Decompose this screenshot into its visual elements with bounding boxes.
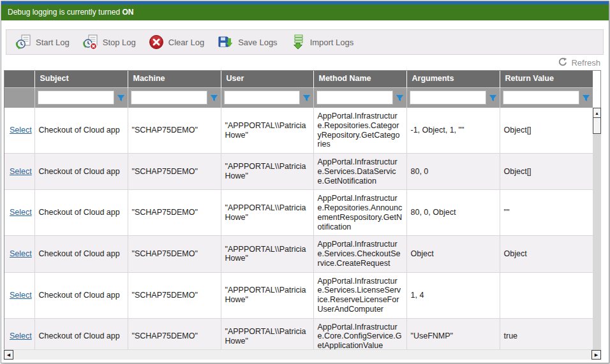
machine-cell: "SCHAP75DEMO": [128, 236, 221, 272]
select-link[interactable]: Select: [10, 208, 32, 217]
banner-text: Debug logging is currently turned: [8, 8, 120, 17]
arguments-cell: "UseFNMP": [406, 318, 500, 349]
select-cell: Select: [4, 154, 34, 190]
log-toolbar: Start Log Stop Log: [6, 29, 604, 55]
subject-cell: Checkout of Cloud app: [34, 236, 128, 272]
machine-cell: "SCHAP75DEMO": [128, 190, 221, 236]
return-value-cell: "": [500, 190, 593, 236]
refresh-label: Refresh: [571, 58, 600, 68]
user-cell: "APPPORTAL\\PatriciaHowe": [221, 236, 313, 272]
refresh-icon: [558, 57, 567, 68]
refresh-row: Refresh: [558, 57, 600, 69]
table-row: SelectCheckout of Cloud app"SCHAP75DEMO"…: [4, 236, 593, 272]
select-link[interactable]: Select: [10, 126, 32, 135]
save-logs-label: Save Logs: [238, 38, 277, 47]
select-link[interactable]: Select: [10, 249, 32, 258]
table-row: SelectCheckout of Cloud app"SCHAP75DEMO"…: [4, 154, 593, 190]
scroll-up-button[interactable]: ▲: [593, 108, 601, 118]
machine-column-header[interactable]: Machine: [128, 70, 221, 87]
log-rows-table: SelectCheckout of Cloud app"SCHAP75DEMO"…: [4, 108, 593, 349]
log-rows-viewport: SelectCheckout of Cloud app"SCHAP75DEMO"…: [4, 108, 593, 349]
user-column-header[interactable]: User: [221, 70, 313, 87]
select-cell: Select: [4, 318, 34, 349]
clear-log-label: Clear Log: [168, 38, 204, 47]
table-row: SelectCheckout of Cloud app"SCHAP75DEMO"…: [4, 190, 593, 236]
method-cell: AppPortal.Infrastructure.Repositories.Ca…: [313, 108, 406, 154]
log-grid: Subject Machine User Method Name Argumen…: [4, 70, 601, 360]
method-cell: AppPortal.Infrastructure.Services.Checko…: [313, 236, 406, 272]
horizontal-scrollbar[interactable]: ◀ ▶: [4, 349, 601, 360]
machine-cell: "SCHAP75DEMO": [128, 318, 221, 349]
subject-filter-input[interactable]: [38, 91, 114, 105]
log-rows: SelectCheckout of Cloud app"SCHAP75DEMO"…: [4, 108, 593, 349]
select-link[interactable]: Select: [10, 291, 32, 300]
arguments-cell: 80, 0: [406, 154, 500, 190]
subject-cell: Checkout of Cloud app: [34, 272, 128, 318]
return-value-cell: Object[]: [500, 154, 593, 190]
method-name-column-header[interactable]: Method Name: [313, 70, 406, 87]
select-cell: Select: [4, 108, 34, 154]
subject-cell: Checkout of Cloud app: [34, 318, 128, 349]
user-cell: "APPPORTAL\\PatriciaHowe": [221, 318, 313, 349]
subject-cell: Checkout of Cloud app: [34, 154, 128, 190]
arguments-cell: -1, Object, 1, "": [406, 108, 500, 154]
return-value-filter-funnel-icon[interactable]: [582, 94, 590, 102]
header-row: Subject Machine User Method Name Argumen…: [4, 70, 593, 87]
select-column-header: [4, 70, 34, 87]
return-value-column-header[interactable]: Return Value: [500, 70, 593, 87]
method-name-filter-input[interactable]: [316, 91, 393, 105]
import-logs-icon: [290, 34, 306, 50]
banner-state: ON: [122, 8, 133, 17]
debug-status-banner: Debug logging is currently turned ON: [1, 4, 609, 20]
arguments-filter-input[interactable]: [410, 91, 486, 105]
scroll-left-button[interactable]: ◀: [4, 350, 13, 360]
return-value-cell: [500, 272, 593, 318]
subject-column-header[interactable]: Subject: [34, 70, 128, 87]
vertical-scrollbar[interactable]: ▲: [593, 108, 601, 349]
return-value-cell: Object[]: [500, 108, 593, 154]
subject-cell: Checkout of Cloud app: [34, 108, 128, 154]
select-cell: Select: [4, 190, 34, 236]
user-filter-input[interactable]: [224, 91, 300, 105]
log-grid-header: Subject Machine User Method Name Argumen…: [4, 70, 593, 108]
clear-log-icon: [149, 34, 164, 50]
method-cell: AppPortal.Infrastructure.Services.Licens…: [313, 272, 406, 318]
user-cell: "APPPORTAL\\PatriciaHowe": [221, 154, 313, 190]
save-logs-icon: [217, 34, 234, 50]
subject-cell: Checkout of Cloud app: [34, 190, 128, 236]
import-logs-button[interactable]: Import Logs: [285, 32, 362, 52]
method-cell: AppPortal.Infrastructure.Core.ConfigServ…: [313, 318, 406, 349]
machine-filter-funnel-icon[interactable]: [210, 94, 218, 102]
user-cell: "APPPORTAL\\PatriciaHowe": [221, 190, 313, 236]
arguments-filter-funnel-icon[interactable]: [489, 94, 497, 102]
user-cell: "APPPORTAL\\PatriciaHowe": [221, 108, 313, 154]
return-value-cell: true: [500, 318, 593, 349]
scroll-right-button[interactable]: ▶: [591, 350, 601, 360]
user-filter-funnel-icon[interactable]: [302, 94, 311, 102]
stop-log-button[interactable]: Stop Log: [77, 32, 144, 52]
machine-cell: "SCHAP75DEMO": [128, 154, 221, 190]
select-link[interactable]: Select: [10, 331, 32, 340]
arguments-cell: Object: [406, 236, 500, 272]
refresh-button[interactable]: Refresh: [558, 57, 600, 68]
table-row: SelectCheckout of Cloud app"SCHAP75DEMO"…: [4, 108, 593, 154]
save-logs-button[interactable]: Save Logs: [212, 32, 285, 52]
arguments-column-header[interactable]: Arguments: [406, 70, 500, 87]
select-link[interactable]: Select: [10, 167, 32, 176]
start-log-label: Start Log: [36, 38, 70, 47]
return-value-filter-input[interactable]: [503, 91, 580, 105]
user-cell: "APPPORTAL\\PatriciaHowe": [221, 272, 313, 318]
stop-log-icon: [82, 34, 98, 50]
method-name-filter-funnel-icon[interactable]: [396, 94, 404, 102]
machine-cell: "SCHAP75DEMO": [128, 108, 221, 154]
arguments-cell: 80, 0, Object: [406, 190, 500, 236]
table-row: SelectCheckout of Cloud app"SCHAP75DEMO"…: [4, 318, 593, 349]
start-log-button[interactable]: Start Log: [10, 32, 77, 52]
debug-log-window: Debug logging is currently turned ON Sta…: [1, 1, 609, 363]
subject-filter-funnel-icon[interactable]: [117, 94, 125, 102]
vertical-scroll-thumb[interactable]: [593, 118, 601, 134]
select-cell: Select: [4, 272, 34, 318]
arguments-cell: 1, 4: [406, 272, 500, 318]
machine-filter-input[interactable]: [131, 91, 207, 105]
clear-log-button[interactable]: Clear Log: [144, 32, 212, 52]
